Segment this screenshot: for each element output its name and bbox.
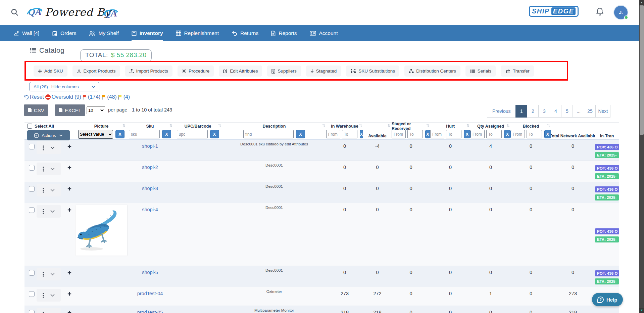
- row-checkbox[interactable]: [29, 186, 35, 192]
- picture-filter-select[interactable]: Select value: [78, 130, 113, 139]
- upc-filter-input[interactable]: [177, 130, 208, 138]
- pagination-3[interactable]: 3: [538, 105, 550, 118]
- pagination-previous[interactable]: Previous: [487, 105, 516, 118]
- description-filter-input[interactable]: [243, 130, 294, 138]
- row-checkbox[interactable]: [29, 165, 35, 171]
- select-all-checkbox[interactable]: [27, 124, 32, 129]
- clear-filter-button[interactable]: X: [296, 130, 305, 138]
- sort-icon[interactable]: [359, 124, 362, 127]
- oversold-filter-button[interactable]: Oversold (9): [45, 94, 81, 100]
- blocked-to-input[interactable]: [527, 130, 542, 138]
- in-warehouse-from-input[interactable]: [326, 130, 340, 138]
- blocked-from-input[interactable]: [511, 130, 525, 138]
- sort-icon[interactable]: [218, 124, 221, 127]
- row-checkbox[interactable]: [29, 207, 35, 213]
- sku-link[interactable]: shopi-3: [142, 186, 158, 191]
- nav-item-replenishment[interactable]: Replenishment: [176, 25, 219, 41]
- clear-filter-button[interactable]: X: [115, 130, 125, 138]
- kebab-menu-icon[interactable]: [43, 312, 44, 313]
- kebab-menu-icon[interactable]: [43, 167, 44, 172]
- hurt-from-input[interactable]: [430, 130, 444, 138]
- chevron-down-icon[interactable]: [50, 294, 55, 297]
- vertical-scrollbar[interactable]: ▲ ▼: [639, 0, 644, 313]
- per-page-select[interactable]: 10: [87, 106, 105, 114]
- pagination-5[interactable]: 5: [561, 105, 573, 118]
- pagination-1[interactable]: 1: [515, 105, 527, 118]
- chevron-down-icon[interactable]: [50, 273, 55, 275]
- suppliers-button[interactable]: Suppliers: [267, 65, 301, 77]
- clear-filter-button[interactable]: X: [425, 130, 430, 138]
- po-badge[interactable]: PO#: 436 O: [595, 228, 619, 234]
- staged-from-input[interactable]: [392, 130, 406, 138]
- clear-filter-button[interactable]: X: [360, 130, 363, 138]
- po-badge[interactable]: PO#: 436 O: [595, 144, 619, 150]
- nav-item-returns[interactable]: Returns: [232, 25, 258, 41]
- serials-button[interactable]: Serials: [465, 65, 496, 77]
- expand-row-button[interactable]: [67, 144, 71, 150]
- sort-icon[interactable]: [426, 124, 429, 127]
- clear-filter-button[interactable]: X: [464, 130, 470, 138]
- kebab-menu-icon[interactable]: [43, 293, 44, 298]
- reset-filter-button[interactable]: Reset: [24, 94, 44, 100]
- qty-assigned-from-input[interactable]: [470, 130, 485, 138]
- sku-link[interactable]: shopi-1: [142, 143, 158, 149]
- sort-icon[interactable]: [547, 124, 550, 127]
- row-checkbox[interactable]: [29, 144, 35, 149]
- scroll-down-arrow-icon[interactable]: ▼: [639, 308, 644, 313]
- kebab-menu-icon[interactable]: [43, 272, 44, 277]
- sort-icon[interactable]: [507, 124, 510, 127]
- product-photo-blue-gecko-photo[interactable]: [76, 205, 127, 256]
- chevron-down-icon[interactable]: [50, 210, 55, 213]
- user-avatar[interactable]: J.: [613, 5, 628, 20]
- search-icon[interactable]: [11, 8, 18, 17]
- sort-icon[interactable]: [322, 124, 325, 127]
- eta-badge[interactable]: ETA: 2025-: [595, 152, 619, 158]
- scrollbar-thumb[interactable]: [640, 5, 644, 135]
- edit-attributes-button[interactable]: Edit Attributes: [219, 65, 262, 77]
- chevron-down-icon[interactable]: [50, 168, 55, 170]
- pagination-ellipsis[interactable]: ...: [573, 105, 584, 118]
- pagination-next[interactable]: Next: [595, 105, 610, 118]
- kebab-menu-icon[interactable]: [43, 188, 44, 193]
- po-badge[interactable]: PO#: 436 O: [595, 270, 619, 276]
- csv-export-button[interactable]: CSV: [24, 104, 48, 116]
- expand-row-button[interactable]: [67, 165, 71, 171]
- eta-badge[interactable]: ETA: 2025-: [595, 194, 619, 200]
- nav-item-wall-4[interactable]: Wall [4]: [13, 25, 39, 41]
- sku-link[interactable]: shopi-4: [142, 207, 158, 212]
- flag-filter-1[interactable]: (174): [83, 94, 100, 100]
- import-products-button[interactable]: Import Products: [125, 65, 172, 77]
- nav-item-inventory[interactable]: Inventory: [132, 25, 163, 41]
- pagination-4[interactable]: 4: [550, 105, 561, 118]
- pagination-25[interactable]: 25: [584, 105, 596, 118]
- clear-filter-button[interactable]: X: [210, 130, 219, 138]
- clear-filter-button[interactable]: X: [162, 130, 171, 138]
- po-badge[interactable]: PO#: 436 O: [595, 186, 619, 192]
- eta-badge[interactable]: ETA: 2025-: [595, 173, 619, 179]
- bell-icon[interactable]: [596, 7, 604, 17]
- po-badge[interactable]: PO#: 436 O: [595, 165, 619, 171]
- distribution-centers-button[interactable]: Distribution Centers: [404, 65, 460, 77]
- row-checkbox[interactable]: [29, 310, 35, 313]
- sort-icon[interactable]: [169, 124, 172, 127]
- nav-item-my-shelf[interactable]: My Shelf: [89, 25, 118, 41]
- procedure-button[interactable]: Procedure: [178, 65, 214, 77]
- clear-filter-button[interactable]: X: [544, 130, 551, 138]
- in-warehouse-to-input[interactable]: [342, 130, 357, 138]
- clear-filter-button[interactable]: X: [504, 130, 511, 138]
- expand-row-button[interactable]: [67, 270, 71, 276]
- transfer-button[interactable]: Transfer: [501, 65, 534, 77]
- staged-to-input[interactable]: [407, 130, 423, 138]
- chevron-down-icon[interactable]: [50, 146, 55, 149]
- sku-link[interactable]: shopi-2: [142, 165, 158, 170]
- sort-icon[interactable]: [388, 124, 391, 127]
- flag-filter-2[interactable]: (48): [102, 94, 116, 100]
- expand-row-button[interactable]: [67, 207, 71, 213]
- row-checkbox[interactable]: [29, 270, 35, 276]
- nav-item-orders[interactable]: Orders: [52, 25, 76, 41]
- actions-dropdown-button[interactable]: Actions: [27, 130, 70, 140]
- nav-item-reports[interactable]: Reports: [271, 25, 297, 41]
- chevron-down-icon[interactable]: [50, 189, 55, 191]
- add-sku-button[interactable]: Add SKU: [34, 65, 67, 77]
- sort-icon[interactable]: [466, 124, 469, 127]
